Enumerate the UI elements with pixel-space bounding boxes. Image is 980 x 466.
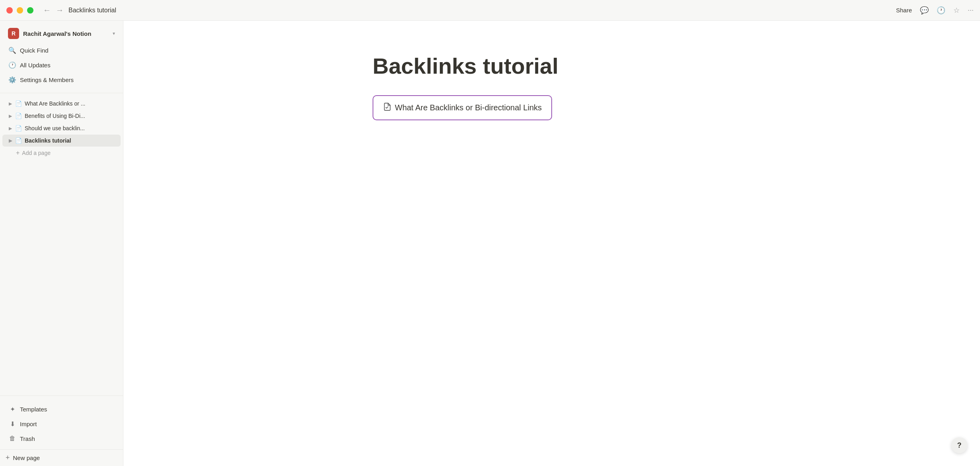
page-icon: 📄 bbox=[14, 124, 22, 132]
add-page-item[interactable]: + Add a page bbox=[2, 147, 121, 159]
workspace-avatar: R bbox=[8, 28, 19, 39]
page-heading: Backlinks tutorial bbox=[373, 53, 731, 79]
new-page-plus-icon: + bbox=[6, 454, 10, 462]
collapse-arrow-icon: ▶ bbox=[6, 100, 14, 108]
minimize-button[interactable] bbox=[17, 7, 23, 14]
workspace-name: Rachit Agarwal's Notion bbox=[23, 30, 113, 37]
close-button[interactable] bbox=[6, 7, 13, 14]
page-icon: 📄 bbox=[14, 100, 22, 108]
sidebar-item-import[interactable]: ⬇ Import bbox=[2, 417, 121, 431]
trash-label: Trash bbox=[20, 435, 35, 442]
page-3-label: Should we use backlin... bbox=[25, 125, 115, 131]
collapse-arrow-icon: ▶ bbox=[6, 137, 14, 145]
sidebar-bottom-items: ✦ Templates ⬇ Import 🗑 Trash bbox=[0, 398, 123, 449]
page-tree: ▶ 📄 What Are Backlinks or ... ▶ 📄 Benefi… bbox=[0, 96, 123, 393]
collapse-arrow-icon: ▶ bbox=[6, 112, 14, 120]
main-layout: R Rachit Agarwal's Notion ▾ 🔍 Quick Find… bbox=[0, 21, 980, 466]
page-icon: 📄 bbox=[14, 112, 22, 120]
traffic-lights bbox=[6, 7, 33, 14]
tree-item-page-4[interactable]: ▶ 📄 Backlinks tutorial bbox=[2, 135, 121, 147]
nav-arrows: ← → bbox=[43, 6, 64, 15]
sidebar-top: R Rachit Agarwal's Notion ▾ 🔍 Quick Find… bbox=[0, 21, 123, 90]
comments-icon[interactable]: 💬 bbox=[920, 6, 929, 15]
settings-label: Settings & Members bbox=[20, 76, 74, 83]
page-1-label: What Are Backlinks or ... bbox=[25, 100, 115, 107]
sidebar-item-quick-find[interactable]: 🔍 Quick Find bbox=[2, 43, 121, 57]
linked-page-label: What Are Backlinks or Bi-directional Lin… bbox=[395, 103, 542, 112]
sidebar-item-templates[interactable]: ✦ Templates bbox=[2, 402, 121, 416]
titlebar: ← → Backlinks tutorial Share 💬 🕐 ☆ ··· bbox=[0, 0, 980, 21]
help-button[interactable]: ? bbox=[951, 437, 967, 453]
import-icon: ⬇ bbox=[8, 419, 17, 428]
page-content: Backlinks tutorial What Are Backlinks or… bbox=[373, 53, 731, 120]
new-page-button[interactable]: + New page bbox=[0, 449, 123, 466]
content-area: Backlinks tutorial What Are Backlinks or… bbox=[123, 21, 980, 466]
workspace-header[interactable]: R Rachit Agarwal's Notion ▾ bbox=[2, 25, 121, 42]
plus-icon: + bbox=[16, 149, 20, 157]
page-icon: 📄 bbox=[14, 137, 22, 145]
sidebar-divider-top bbox=[0, 93, 123, 93]
settings-icon: ⚙️ bbox=[8, 75, 17, 84]
share-button[interactable]: Share bbox=[896, 7, 912, 14]
linked-page-block[interactable]: What Are Backlinks or Bi-directional Lin… bbox=[373, 95, 552, 120]
quick-find-label: Quick Find bbox=[20, 47, 49, 54]
history-icon[interactable]: 🕐 bbox=[937, 6, 945, 15]
page-2-label: Benefits of Using Bi-Di... bbox=[25, 113, 115, 119]
sidebar-item-trash[interactable]: 🗑 Trash bbox=[2, 431, 121, 446]
import-label: Import bbox=[20, 421, 37, 427]
page-4-label: Backlinks tutorial bbox=[25, 137, 115, 144]
forward-arrow[interactable]: → bbox=[56, 6, 64, 15]
search-icon: 🔍 bbox=[8, 46, 17, 55]
titlebar-actions: Share 💬 🕐 ☆ ··· bbox=[896, 6, 974, 15]
trash-icon: 🗑 bbox=[8, 434, 17, 443]
sidebar: R Rachit Agarwal's Notion ▾ 🔍 Quick Find… bbox=[0, 21, 123, 466]
linked-page-doc-icon bbox=[383, 102, 392, 113]
add-page-label: Add a page bbox=[22, 150, 51, 156]
templates-label: Templates bbox=[20, 406, 47, 413]
updates-icon: 🕐 bbox=[8, 61, 17, 69]
all-updates-label: All Updates bbox=[20, 62, 51, 69]
sidebar-item-all-updates[interactable]: 🕐 All Updates bbox=[2, 58, 121, 72]
favorite-icon[interactable]: ☆ bbox=[953, 6, 960, 15]
more-icon[interactable]: ··· bbox=[968, 6, 974, 14]
maximize-button[interactable] bbox=[27, 7, 33, 14]
tree-item-page-1[interactable]: ▶ 📄 What Are Backlinks or ... bbox=[2, 98, 121, 110]
sidebar-item-settings[interactable]: ⚙️ Settings & Members bbox=[2, 72, 121, 87]
sidebar-divider-bottom bbox=[0, 396, 123, 396]
collapse-arrow-icon: ▶ bbox=[6, 124, 14, 132]
templates-icon: ✦ bbox=[8, 405, 17, 413]
chevron-down-icon: ▾ bbox=[113, 31, 115, 36]
new-page-label: New page bbox=[13, 454, 40, 461]
tree-item-page-3[interactable]: ▶ 📄 Should we use backlin... bbox=[2, 122, 121, 134]
titlebar-page-title: Backlinks tutorial bbox=[68, 7, 896, 14]
back-arrow[interactable]: ← bbox=[43, 6, 51, 15]
tree-item-page-2[interactable]: ▶ 📄 Benefits of Using Bi-Di... bbox=[2, 110, 121, 122]
